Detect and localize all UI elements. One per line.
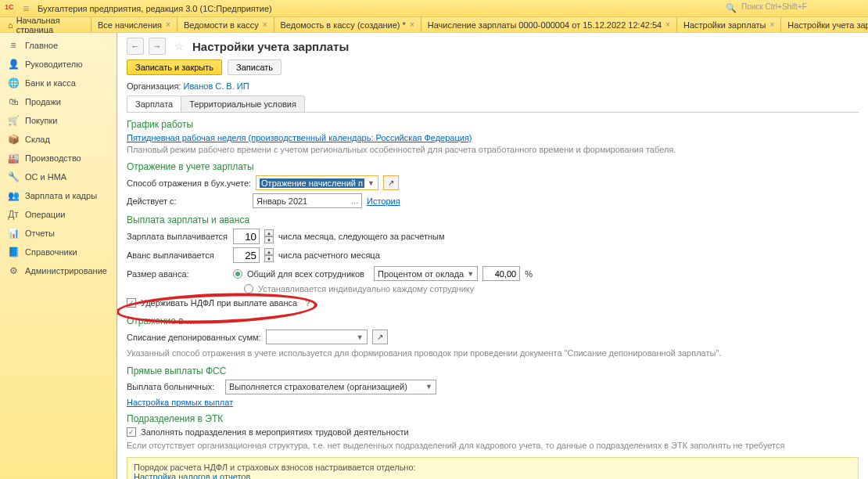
ndfl-checkbox[interactable]: ✓ [127,298,136,308]
sidebar-item[interactable]: 📘Справочники [0,243,117,261]
salary-paid-label: Зарплата выплачивается [127,232,228,241]
window-tab[interactable]: Ведомость в кассу (создание) *× [274,17,421,32]
nav-back-button[interactable]: ← [127,38,144,55]
spin-down[interactable]: ▼ [264,236,274,243]
fss-link[interactable]: Настройка прямых выплат [127,398,233,407]
spin-down[interactable]: ▼ [264,255,274,262]
sidebar-item[interactable]: 🏭Производство [0,149,117,167]
since-input[interactable]: Январь 2021 … [253,193,362,208]
radio-common[interactable] [233,269,242,279]
chevron-down-icon: ▼ [353,333,364,341]
writeoff-desc: Указанный способ отражения в учете испол… [127,348,859,358]
sidebar-icon: 🌐 [8,77,19,88]
writeoff-open-button[interactable]: ↗ [372,330,388,344]
window-tab[interactable]: Начисление зарплаты 0000-000004 от 15.12… [421,17,676,32]
info-link[interactable]: Настройка налогов и отчетов [134,472,250,479]
sidebar-icon: ≡ [8,40,19,51]
advance-paid-label: Аванс выплачивается [127,250,228,260]
spin-up[interactable]: ▲ [264,248,274,255]
sidebar-icon: 📘 [8,247,19,258]
method-label: Способ отражения в бух.учете: [127,178,251,188]
chevron-down-icon: ▼ [464,270,474,278]
sidebar-icon: 👤 [8,59,19,70]
close-icon[interactable]: × [410,20,414,29]
chevron-down-icon: ▼ [364,179,375,187]
close-icon[interactable]: × [263,20,267,29]
schedule-link[interactable]: Пятидневная рабочая неделя (производстве… [127,133,472,142]
method-select[interactable]: Отражение начислений п ▼ [256,175,378,190]
global-search[interactable]: Поиск Ctrl+Shift+F [738,2,863,15]
nav-forward-button[interactable]: → [149,38,166,55]
section-fss: Прямые выплаты ФСС [127,366,859,376]
fss-label: Выплата больничных: [127,382,221,391]
save-and-close-button[interactable]: Записать и закрыть [127,59,222,75]
page-title: Настройки учета зарплаты [192,40,349,53]
close-icon[interactable]: × [665,20,670,29]
advance-percent-input[interactable] [482,266,520,281]
radio-individual[interactable] [244,284,253,294]
window-tab[interactable]: Настройки учета зарплаты× [780,17,868,32]
info-text: Порядок расчета НДФЛ и страховых взносов… [134,463,852,472]
org-value[interactable]: Иванов С. В. ИП [183,81,249,91]
sidebar-icon: ⚙ [8,265,19,276]
window-tab[interactable]: Ведомости в кассу× [177,17,274,32]
sidebar-item[interactable]: 👥Зарплата и кадры [0,186,117,205]
advance-type-select[interactable]: Процентом от оклада ▼ [374,266,478,281]
etk-desc: Если отсутствует организационная структу… [127,440,859,451]
fss-select[interactable]: Выполняется страхователем (организацией)… [225,380,436,394]
sidebar-item[interactable]: 📊Отчеты [0,224,117,243]
writeoff-label: Списание депонированных сумм: [127,333,261,342]
search-icon: 🔍 [726,3,737,13]
since-label: Действует с: [127,196,248,206]
sidebar-item[interactable]: 🛒Покупки [0,111,117,130]
tab-territory[interactable]: Территориальные условия [181,95,305,112]
home-icon: ⌂ [8,20,13,30]
sidebar-item[interactable]: 🛍Продажи [0,92,117,111]
chevron-down-icon: ▼ [422,383,432,391]
section-reflection: Отражение в учете зарплаты [127,161,859,172]
home-tab[interactable]: ⌂ Начальная страница [0,17,91,32]
method-open-button[interactable]: ↗ [383,175,399,190]
salary-day-input[interactable] [233,229,260,244]
sidebar-icon: Дт [8,209,19,220]
org-label: Организация: [127,81,181,91]
sidebar-item[interactable]: 👤Руководителю [0,55,117,74]
schedule-desc: Плановый режим рабочего времени с учетом… [127,144,859,155]
help-icon[interactable]: ? [305,298,310,308]
sidebar-icon: 🛒 [8,115,19,126]
advance-size-label: Размер аванса: [127,269,228,279]
spin-up[interactable]: ▲ [264,229,274,236]
window-tab[interactable]: Настройки зарплаты× [676,17,780,32]
save-button[interactable]: Записать [228,59,282,75]
writeoff-select[interactable]: ▼ [266,330,368,344]
app-logo-1c: 1C [5,3,19,14]
sidebar-item[interactable]: 🌐Банк и касса [0,74,117,92]
sidebar-item[interactable]: ≡Главное [0,36,117,55]
sidebar-item[interactable]: 🔧ОС и НМА [0,167,117,186]
menu-icon[interactable]: ≡ [19,2,33,15]
sidebar-icon: 📦 [8,134,19,145]
sidebar-item[interactable]: 📦Склад [0,130,117,149]
section-schedule: График работы [127,119,859,130]
section-dep-reflection: Отражение в … [127,315,859,326]
sidebar-icon: 🔧 [8,171,19,182]
sidebar-icon: 🏭 [8,153,19,164]
sidebar-icon: 👥 [8,190,19,201]
etk-checkbox[interactable]: ✓ [127,427,136,437]
section-etk: Подразделения в ЭТК [127,413,859,424]
sidebar-item[interactable]: ⚙Администрирование [0,261,117,280]
app-title: Бухгалтерия предприятия, редакция 3.0 (1… [38,4,726,13]
section-payment: Выплата зарплаты и аванса [127,214,859,225]
close-icon[interactable]: × [769,20,774,29]
sidebar-icon: 📊 [8,228,19,239]
window-tab[interactable]: Все начисления× [91,17,177,32]
sidebar-item[interactable]: ДтОперации [0,205,117,224]
sidebar-icon: 🛍 [8,96,19,107]
close-icon[interactable]: × [166,20,170,29]
history-link[interactable]: История [367,196,400,206]
tab-salary[interactable]: Зарплата [127,95,181,112]
favorite-star-icon[interactable]: ☆ [170,38,188,55]
advance-day-input[interactable] [233,247,260,263]
